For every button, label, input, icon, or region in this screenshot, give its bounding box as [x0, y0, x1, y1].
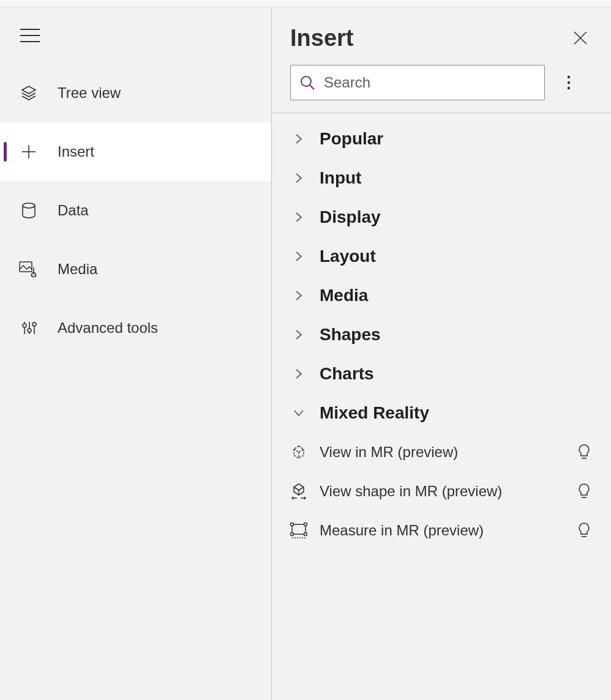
category-label: Mixed Reality: [320, 403, 429, 423]
sidebar-item-advanced-tools[interactable]: Advanced tools: [0, 299, 271, 357]
chevron-right-icon: [290, 368, 307, 380]
sidebar-item-label: Data: [58, 202, 89, 219]
hamburger-button[interactable]: [0, 7, 60, 64]
cube-icon: [287, 444, 311, 461]
more-button[interactable]: [552, 66, 585, 99]
chevron-right-icon: [290, 172, 307, 184]
chevron-right-icon: [290, 133, 307, 145]
hamburger-icon: [20, 28, 40, 43]
sidebar-item-label: Insert: [58, 143, 94, 160]
svg-point-32: [304, 523, 307, 526]
chevron-right-icon: [290, 289, 307, 302]
lightbulb-icon[interactable]: [574, 522, 594, 539]
category-label: Input: [320, 168, 361, 188]
panel-title: Insert: [290, 25, 353, 51]
svg-rect-30: [292, 524, 306, 534]
svg-point-6: [23, 203, 35, 208]
svg-point-17: [301, 76, 311, 86]
sidebar-item-data[interactable]: Data: [0, 181, 271, 240]
svg-point-19: [568, 76, 570, 78]
svg-point-10: [23, 324, 26, 327]
insert-item-view-in-mr[interactable]: View in MR (preview): [272, 433, 611, 472]
insert-item-measure-in-mr[interactable]: Measure in MR (preview): [272, 511, 611, 550]
chevron-right-icon: [290, 211, 307, 223]
lightbulb-icon[interactable]: [574, 483, 594, 500]
search-row: [272, 53, 611, 113]
insert-item-label: View shape in MR (preview): [320, 483, 574, 500]
sidebar-item-media[interactable]: Media: [0, 240, 271, 299]
svg-point-20: [568, 81, 570, 84]
database-icon: [18, 200, 39, 221]
chevron-down-icon: [290, 409, 307, 417]
tools-icon: [18, 318, 39, 338]
category-shapes[interactable]: Shapes: [272, 315, 611, 354]
category-label: Display: [320, 207, 381, 227]
category-label: Shapes: [320, 325, 381, 344]
category-charts[interactable]: Charts: [272, 354, 611, 393]
category-display[interactable]: Display: [272, 198, 611, 237]
measure-icon: [287, 522, 311, 539]
insert-item-label: Measure in MR (preview): [320, 522, 574, 539]
cube-arrows-icon: [287, 482, 311, 501]
svg-marker-3: [22, 86, 36, 94]
svg-point-14: [32, 322, 36, 326]
sidebar-item-label: Media: [58, 261, 97, 278]
category-popular[interactable]: Popular: [272, 119, 611, 158]
media-icon: [18, 259, 39, 280]
panel-header: Insert: [272, 7, 611, 53]
search-box[interactable]: [290, 65, 545, 100]
category-list: Popular Input Display Layout: [272, 113, 611, 550]
insert-panel: Insert: [272, 7, 611, 700]
svg-line-18: [310, 85, 314, 89]
category-label: Media: [320, 286, 368, 305]
search-input[interactable]: [324, 74, 544, 91]
sidebar-item-insert[interactable]: Insert: [0, 122, 271, 181]
svg-point-21: [568, 87, 570, 89]
top-bar: [0, 0, 611, 7]
chevron-right-icon: [290, 250, 307, 262]
svg-point-34: [304, 533, 307, 536]
insert-item-label: View in MR (preview): [320, 444, 574, 461]
sidebar-item-label: Tree view: [58, 84, 121, 102]
more-vertical-icon: [567, 75, 571, 91]
chevron-right-icon: [290, 329, 307, 341]
plus-icon: [18, 141, 39, 162]
lightbulb-icon[interactable]: [574, 444, 594, 461]
insert-item-view-shape-in-mr[interactable]: View shape in MR (preview): [272, 472, 611, 511]
search-icon: [291, 74, 324, 91]
svg-point-31: [291, 523, 294, 526]
category-label: Charts: [320, 364, 374, 384]
sidebar-item-tree-view[interactable]: Tree view: [0, 64, 271, 122]
app-root: Tree view Insert Data: [0, 7, 611, 700]
close-button[interactable]: [568, 26, 593, 50]
category-mixed-reality[interactable]: Mixed Reality: [272, 393, 611, 433]
layers-icon: [18, 83, 39, 103]
sidebar: Tree view Insert Data: [0, 7, 272, 700]
svg-point-12: [28, 329, 31, 332]
category-label: Layout: [320, 247, 376, 266]
close-icon: [572, 30, 588, 46]
svg-point-33: [291, 533, 294, 536]
category-layout[interactable]: Layout: [272, 237, 611, 276]
category-label: Popular: [320, 129, 383, 149]
category-input[interactable]: Input: [272, 158, 611, 198]
category-media[interactable]: Media: [272, 276, 611, 315]
sidebar-item-label: Advanced tools: [58, 319, 158, 337]
